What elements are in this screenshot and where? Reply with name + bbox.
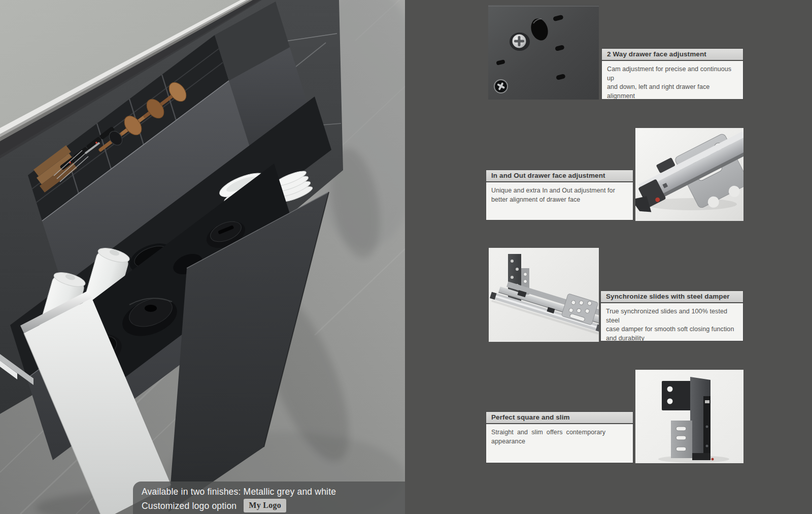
feature-callout-sync-slides: Synchronize slides with steel damper Tru… xyxy=(600,291,743,341)
feature-body: Cam adjustment for precise and continuou… xyxy=(602,61,743,105)
feature-body: Unique and extra In and Out adjustment f… xyxy=(486,182,633,208)
kitchen-drawers-photo xyxy=(0,0,405,514)
caption-overlay: Available in two finishes: Metallic grey… xyxy=(133,481,405,514)
front-fixing-bracket xyxy=(662,381,691,410)
product-photo: Available in two finishes: Metallic grey… xyxy=(0,0,405,514)
cam-screw xyxy=(510,33,530,51)
feature-image-slide-bracket xyxy=(635,128,743,221)
feature-title: Perfect square and slim xyxy=(486,412,633,424)
feature-title: In and Out drawer face adjustment xyxy=(486,170,633,182)
logo-option-caption: Customized logo option xyxy=(142,500,236,511)
feature-callout-in-out-adjustment: In and Out drawer face adjustment Unique… xyxy=(486,170,633,220)
foot-cap xyxy=(692,453,710,460)
features-panel: 2 Way drawer face adjustment Cam adjustm… xyxy=(405,0,812,514)
feature-callout-2-way-adjustment: 2 Way drawer face adjustment Cam adjustm… xyxy=(601,48,743,100)
feature-callout-square-slim: Perfect square and slim Straight and sli… xyxy=(486,411,633,463)
slim-drawer-side xyxy=(690,377,710,457)
feature-body: True synchronized slides and 100% tested… xyxy=(601,303,743,347)
lower-screw xyxy=(494,80,507,93)
base-bracket xyxy=(671,421,692,458)
feature-title: Synchronize slides with steel damper xyxy=(601,291,743,303)
feature-image-slim-profile xyxy=(635,370,743,463)
feature-image-back-panel xyxy=(488,5,599,100)
feature-image-sync-slides xyxy=(489,248,599,342)
feature-body: Straight and slim offers contemporary ap… xyxy=(486,424,633,450)
feature-title: 2 Way drawer face adjustment xyxy=(602,49,743,61)
finishes-caption: Available in two finishes: Metallic grey… xyxy=(142,486,405,497)
my-logo-badge: My Logo xyxy=(244,499,286,512)
